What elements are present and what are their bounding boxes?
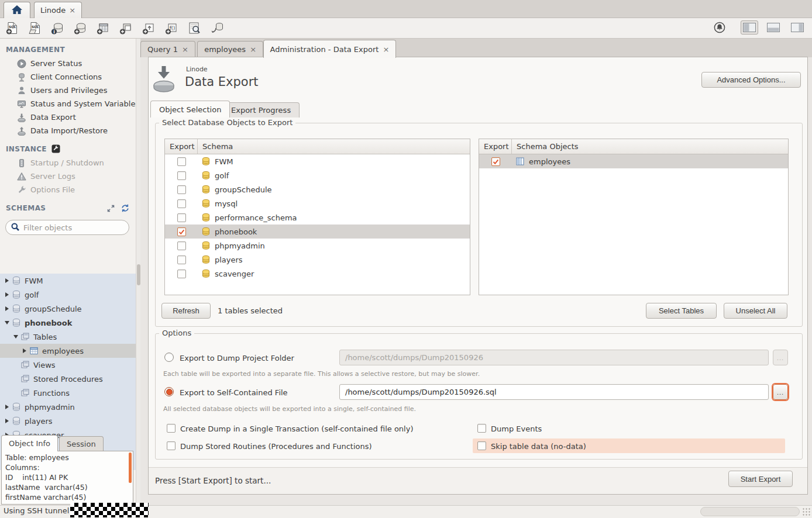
export-checkbox[interactable] [177, 199, 186, 208]
tree-item-fwm[interactable]: FWM [0, 274, 136, 288]
table-row-groupSchedule[interactable]: groupSchedule [165, 182, 470, 196]
database-info-icon[interactable]: i [51, 21, 65, 35]
statusbar-scrollbar[interactable] [700, 507, 800, 516]
checkbox-skip-table-data-no-data-[interactable] [477, 441, 486, 450]
editor-tab-employees[interactable]: employees× [197, 41, 263, 57]
close-icon[interactable]: × [250, 45, 256, 54]
notifications-icon[interactable] [713, 21, 726, 34]
start-export-button[interactable]: Start Export [728, 471, 793, 487]
sidebar-item-options-file[interactable]: Options File [0, 183, 136, 196]
export-checkbox[interactable] [177, 171, 186, 180]
sidebar-item-users-and-privileges[interactable]: Users and Privileges [0, 84, 136, 97]
open-sql-script-icon[interactable]: SQL [28, 21, 42, 35]
home-tab[interactable] [4, 2, 30, 18]
tab-object-selection[interactable]: Object Selection [150, 101, 230, 118]
radio-dump-project-folder[interactable] [164, 353, 174, 362]
table-row-employees[interactable]: employees [479, 154, 788, 168]
tree-collapsed-arrow-icon[interactable] [4, 419, 11, 423]
sync-schemas-icon[interactable] [121, 203, 130, 213]
self-contained-path-field[interactable]: /home/scott/dumps/Dump20150926.sql [339, 384, 769, 400]
export-checkbox[interactable] [177, 270, 186, 278]
toggle-left-panel-icon[interactable] [741, 20, 758, 34]
tree-item-views[interactable]: Views [0, 358, 136, 372]
table-row-scavenger[interactable]: scavenger [165, 267, 470, 281]
export-checkbox[interactable] [177, 185, 186, 194]
expand-panel-icon[interactable] [106, 204, 115, 213]
tree-item-employees[interactable]: employees [0, 344, 136, 358]
radio-self-contained-file[interactable] [164, 387, 174, 396]
tree-item-functions[interactable]: Functions [0, 386, 136, 400]
column-header-schema[interactable]: Schema [198, 139, 238, 154]
sidebar-item-data-export[interactable]: Data Export [0, 110, 136, 124]
close-icon[interactable]: × [182, 45, 188, 54]
create-view-icon[interactable] [119, 21, 133, 35]
close-icon[interactable]: × [383, 45, 389, 54]
tab-session[interactable]: Session [59, 436, 104, 451]
search-objects-icon[interactable] [188, 21, 202, 35]
column-header-schema-objects[interactable]: Schema Objects [512, 139, 583, 154]
browse-file-button[interactable]: ... [773, 384, 788, 400]
tree-item-golf[interactable]: golf [0, 288, 136, 302]
column-header-export[interactable]: Export [479, 139, 512, 154]
connection-tab-linode[interactable]: Linode × [34, 2, 82, 18]
new-query-tab-icon[interactable]: SQL [5, 21, 19, 35]
tree-item-groupschedule[interactable]: groupSchedule [0, 302, 136, 316]
toggle-bottom-panel-icon[interactable] [765, 20, 782, 34]
export-checkbox[interactable] [177, 213, 186, 222]
create-procedure-icon[interactable] [142, 21, 156, 35]
export-checkbox[interactable] [177, 227, 186, 236]
create-schema-icon[interactable] [74, 21, 88, 35]
toggle-right-panel-icon[interactable] [789, 20, 806, 34]
object-info-scrollbar[interactable] [129, 453, 132, 483]
editor-tab-query-1[interactable]: Query 1× [140, 41, 195, 57]
sidebar-item-server-logs[interactable]: Server Logs [0, 170, 136, 183]
tree-expanded-arrow-icon[interactable] [4, 321, 11, 324]
tree-item-phonebook[interactable]: phonebook [0, 316, 136, 330]
checkbox-dump-stored-routines-procedures-and-func[interactable] [167, 441, 176, 450]
column-header-export[interactable]: Export [165, 139, 198, 154]
sidebar-item-data-import-restore[interactable]: Data Import/Restore [0, 124, 136, 137]
checkbox-dump-events[interactable] [477, 424, 486, 433]
sidebar-item-status-and-system-variables[interactable]: Status and System Variables [0, 97, 136, 110]
sidebar-item-startup-shutdown[interactable]: Startup / Shutdown [0, 156, 136, 170]
tree-collapsed-arrow-icon[interactable] [4, 306, 11, 311]
create-table-icon[interactable] [97, 21, 111, 35]
tree-item-tables[interactable]: Tables [0, 330, 136, 344]
sidebar-scrollbar[interactable] [136, 39, 140, 505]
tree-collapsed-arrow-icon[interactable] [4, 278, 11, 283]
table-row-mysql[interactable]: mysql [165, 196, 470, 210]
window-resize-grip[interactable] [802, 507, 810, 516]
schema-filter[interactable] [5, 220, 129, 235]
create-function-icon[interactable]: f() [165, 21, 179, 35]
table-row-players[interactable]: players [165, 253, 470, 267]
export-checkbox[interactable] [491, 157, 500, 166]
tree-item-players[interactable]: players [0, 414, 136, 428]
unselect-all-button[interactable]: Unselect All [724, 303, 787, 319]
table-row-FWM[interactable]: FWM [165, 154, 470, 168]
close-icon[interactable]: × [69, 6, 75, 15]
export-checkbox[interactable] [177, 255, 186, 264]
table-row-golf[interactable]: golf [165, 168, 470, 182]
tree-expanded-arrow-icon[interactable] [12, 335, 19, 339]
schema-filter-input[interactable] [23, 223, 117, 232]
tree-item-phpmyadmin[interactable]: phpmyadmin [0, 400, 136, 414]
editor-tab-administration-data-export[interactable]: Administration - Data Export× [263, 40, 397, 58]
refresh-button[interactable]: Refresh [161, 303, 211, 319]
export-checkbox[interactable] [177, 157, 186, 166]
table-row-performance_schema[interactable]: performance_schema [165, 210, 470, 225]
data-transfer-icon[interactable] [211, 21, 225, 35]
tree-collapsed-arrow-icon[interactable] [4, 292, 11, 297]
checkbox-create-dump-in-a-single-transaction-self[interactable] [167, 424, 176, 433]
table-row-phpmyadmin[interactable]: phpmyadmin [165, 239, 470, 253]
tree-collapsed-arrow-icon[interactable] [4, 405, 11, 409]
tab-export-progress[interactable]: Export Progress [222, 102, 300, 118]
sidebar-item-server-status[interactable]: Server Status [0, 57, 136, 70]
tree-collapsed-arrow-icon[interactable] [21, 348, 28, 353]
table-row-phonebook[interactable]: phonebook [165, 225, 470, 239]
tab-object-info[interactable]: Object Info [1, 435, 58, 451]
sidebar-item-client-connections[interactable]: Client Connections [0, 70, 136, 84]
select-tables-button[interactable]: Select Tables [646, 303, 717, 319]
export-checkbox[interactable] [177, 241, 186, 250]
advanced-options-button[interactable]: Advanced Options... [701, 72, 801, 88]
tree-item-stored-procedures[interactable]: Stored Procedures [0, 372, 136, 386]
